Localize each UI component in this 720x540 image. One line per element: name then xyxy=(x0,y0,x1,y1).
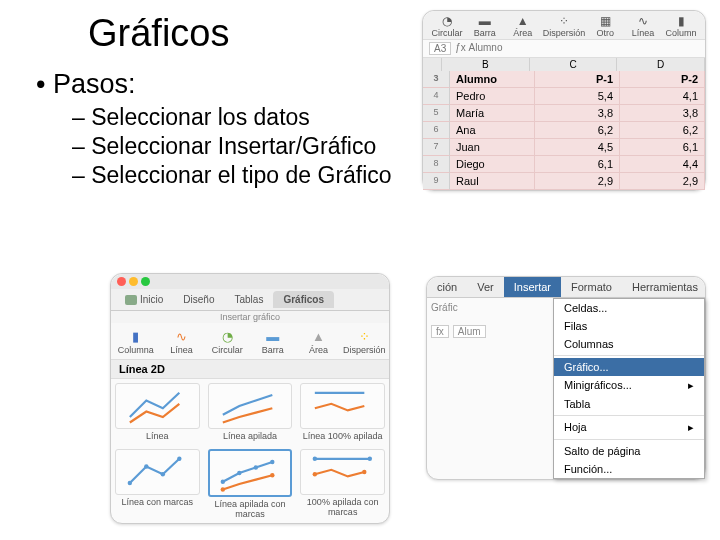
line-chart-icon: ∿ xyxy=(159,327,205,345)
screenshot-data-table: ◔Circular ▬Barra ▲Área ⁘Dispersión ▦Otro… xyxy=(422,10,706,191)
column-headers: BCD xyxy=(423,58,705,71)
area-icon: ▲ xyxy=(505,14,541,28)
zoom-icon xyxy=(141,277,150,286)
under-menu-content: Gráfic fxAlum xyxy=(427,298,553,479)
scatter-chart-icon: ⁘ xyxy=(341,327,387,345)
group-label: Insertar gráfico xyxy=(111,311,389,323)
item-filas[interactable]: Filas xyxy=(554,317,704,335)
menu-formato[interactable]: Formato xyxy=(561,277,622,297)
opt-100-apilada-marcas[interactable]: 100% apilada con marcas xyxy=(296,445,389,523)
chart-type-row: ▮Columna ∿Línea ◔Circular ▬Barra ▲Área ⁘… xyxy=(111,323,389,360)
bar-chart-icon: ▬ xyxy=(250,327,296,345)
ribbon-chart-types: ◔Circular ▬Barra ▲Área ⁘Dispersión ▦Otro… xyxy=(423,11,705,40)
item-funcion[interactable]: Función... xyxy=(554,460,704,478)
pie-chart-icon: ◔ xyxy=(204,327,250,345)
otro-icon: ▦ xyxy=(587,14,623,28)
menubar: ción Ver Insertar Formato Herramientas xyxy=(427,277,705,298)
window-controls xyxy=(111,274,389,289)
svg-point-1 xyxy=(144,464,148,468)
svg-point-12 xyxy=(313,472,317,476)
menu-edicion[interactable]: ción xyxy=(427,277,467,297)
minimize-icon xyxy=(129,277,138,286)
insertar-dropdown: Celdas... Filas Columnas Gráfico... Mini… xyxy=(553,298,705,479)
screenshot-chart-gallery: Inicio Diseño Tablas Gráficos Insertar g… xyxy=(110,273,390,524)
area-chart-icon: ▲ xyxy=(296,327,342,345)
data-table: 3AlumnoP-1P-2 4Pedro5,44,1 5María3,83,8 … xyxy=(423,71,705,190)
columna-icon: ▮ xyxy=(663,14,699,28)
svg-point-7 xyxy=(270,460,274,464)
type-circular[interactable]: ◔Circular xyxy=(204,327,250,355)
svg-point-9 xyxy=(270,473,274,477)
column-chart-icon: ▮ xyxy=(113,327,159,345)
line-2d-label: Línea 2D xyxy=(111,360,389,379)
svg-point-8 xyxy=(220,487,224,491)
item-grafico[interactable]: Gráfico... xyxy=(554,358,704,376)
svg-point-5 xyxy=(237,471,241,475)
table-row: 9Raul2,92,9 xyxy=(423,173,705,190)
menu-ver[interactable]: Ver xyxy=(467,277,504,297)
table-row: 5María3,83,8 xyxy=(423,105,705,122)
chevron-right-icon: ▸ xyxy=(688,421,694,434)
opt-linea-apilada-marcas[interactable]: Línea apilada con marcas xyxy=(204,445,297,523)
table-row: 4Pedro5,44,1 xyxy=(423,88,705,105)
tab-graficos[interactable]: Gráficos xyxy=(273,291,334,308)
barra-icon: ▬ xyxy=(467,14,503,28)
menu-insertar[interactable]: Insertar xyxy=(504,277,561,297)
opt-linea-marcas[interactable]: Línea con marcas xyxy=(111,445,204,523)
type-dispersion[interactable]: ⁘Dispersión xyxy=(341,327,387,355)
circular-icon: ◔ xyxy=(429,14,465,28)
item-columnas[interactable]: Columnas xyxy=(554,335,704,353)
formula-bar: A3 ƒx Alumno xyxy=(423,40,705,58)
menu-herramientas[interactable]: Herramientas xyxy=(622,277,708,297)
opt-linea-apilada[interactable]: Línea apilada xyxy=(204,379,297,445)
svg-point-6 xyxy=(253,465,257,469)
svg-point-0 xyxy=(128,481,132,485)
item-celdas[interactable]: Celdas... xyxy=(554,299,704,317)
dispersion-icon: ⁘ xyxy=(543,14,586,28)
svg-point-11 xyxy=(368,457,372,461)
type-columna[interactable]: ▮Columna xyxy=(113,327,159,355)
type-linea[interactable]: ∿Línea xyxy=(159,327,205,355)
ribbon-tabs: Inicio Diseño Tablas Gráficos xyxy=(111,289,389,311)
type-area[interactable]: ▲Área xyxy=(296,327,342,355)
item-salto[interactable]: Salto de página xyxy=(554,442,704,460)
line-options-grid: Línea Línea apilada Línea 100% apilada L… xyxy=(111,379,389,523)
item-tabla[interactable]: Tabla xyxy=(554,395,704,413)
svg-point-2 xyxy=(161,472,165,476)
home-icon xyxy=(125,295,137,305)
linea-icon: ∿ xyxy=(625,14,661,28)
item-minigraficos[interactable]: Minigráficos...▸ xyxy=(554,376,704,395)
item-hoja[interactable]: Hoja▸ xyxy=(554,418,704,437)
close-icon xyxy=(117,277,126,286)
screenshot-insert-menu: ción Ver Insertar Formato Herramientas G… xyxy=(426,276,706,480)
chevron-right-icon: ▸ xyxy=(688,379,694,392)
opt-linea-100[interactable]: Línea 100% apilada xyxy=(296,379,389,445)
tab-tablas[interactable]: Tablas xyxy=(225,291,274,308)
svg-point-10 xyxy=(313,457,317,461)
tab-inicio[interactable]: Inicio xyxy=(115,291,173,308)
opt-linea[interactable]: Línea xyxy=(111,379,204,445)
svg-point-4 xyxy=(220,480,224,484)
table-row: 8Diego6,14,4 xyxy=(423,156,705,173)
tab-diseno[interactable]: Diseño xyxy=(173,291,224,308)
svg-point-13 xyxy=(362,470,366,474)
table-row: 7Juan4,56,1 xyxy=(423,139,705,156)
table-row: 6Ana6,26,2 xyxy=(423,122,705,139)
type-barra[interactable]: ▬Barra xyxy=(250,327,296,355)
svg-point-3 xyxy=(177,457,181,461)
